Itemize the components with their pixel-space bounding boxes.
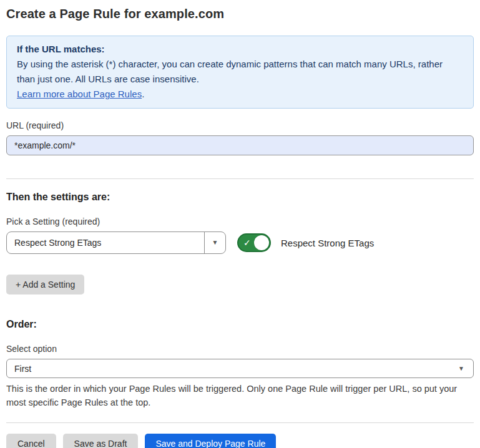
order-select-value: First <box>7 364 458 374</box>
save-draft-button[interactable]: Save as Draft <box>63 434 139 448</box>
settings-section-heading: Then the settings are: <box>6 192 474 203</box>
chevron-down-icon: ▼ <box>458 366 473 372</box>
setting-dropdown-value: Respect Strong ETags <box>7 238 204 248</box>
setting-toggle[interactable]: ✓ <box>237 233 271 252</box>
setting-toggle-label: Respect Strong ETags <box>281 238 374 248</box>
order-select[interactable]: First ▼ <box>6 359 474 378</box>
page-title: Create a Page Rule for example.com <box>6 7 474 21</box>
info-box-heading: If the URL matches: <box>17 42 463 57</box>
check-icon: ✓ <box>243 238 251 248</box>
chevron-down-icon: ▼ <box>212 240 218 246</box>
setting-picker-label: Pick a Setting (required) <box>6 217 474 226</box>
section-divider-top <box>6 178 474 179</box>
learn-more-link[interactable]: Learn more about Page Rules <box>17 89 142 99</box>
toggle-knob <box>254 235 269 250</box>
url-field-label: URL (required) <box>6 120 474 130</box>
url-input[interactable] <box>6 135 474 155</box>
cancel-button[interactable]: Cancel <box>6 434 56 448</box>
info-box-link-line: Learn more about Page Rules. <box>17 87 463 102</box>
link-suffix: . <box>142 89 144 99</box>
setting-dropdown-arrow-button[interactable]: ▼ <box>204 232 225 253</box>
setting-dropdown[interactable]: Respect Strong ETags ▼ <box>6 231 226 254</box>
footer-actions: Cancel Save as Draft Save and Deploy Pag… <box>6 434 474 448</box>
page-rule-form: Create a Page Rule for example.com If th… <box>0 7 480 448</box>
save-deploy-button[interactable]: Save and Deploy Page Rule <box>145 434 276 448</box>
order-section-heading: Order: <box>6 319 474 330</box>
add-setting-button[interactable]: + Add a Setting <box>6 275 84 295</box>
info-box-body: By using the asterisk (*) character, you… <box>17 57 463 87</box>
setting-row: Respect Strong ETags ▼ ✓ Respect Strong … <box>6 231 474 254</box>
order-help-text: This is the order in which your Page Rul… <box>6 382 474 409</box>
order-select-label: Select option <box>6 344 474 354</box>
section-divider-bottom <box>6 422 474 423</box>
url-match-info-box: If the URL matches: By using the asteris… <box>6 36 474 109</box>
